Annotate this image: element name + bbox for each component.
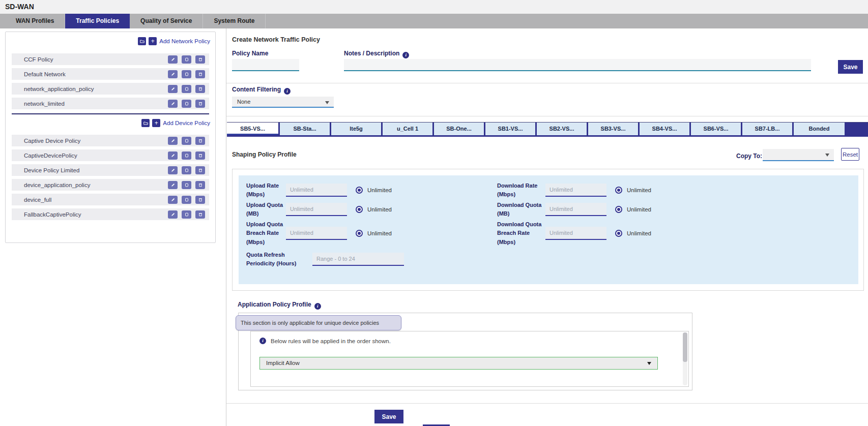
interface-tab[interactable]: SB-One... (432, 123, 484, 135)
tab-overflow-button[interactable] (845, 123, 868, 135)
download-rate-input[interactable] (545, 184, 606, 197)
copy-icon[interactable] (182, 137, 191, 145)
interface-tab[interactable]: u_Cell 1 (381, 123, 432, 135)
delete-icon[interactable] (195, 181, 205, 189)
copy-to-select[interactable] (763, 149, 834, 161)
content-filtering-select[interactable]: None (232, 97, 334, 108)
delete-icon[interactable] (195, 166, 205, 174)
add-icon[interactable]: + (152, 119, 160, 127)
edit-icon[interactable] (168, 70, 178, 78)
edit-icon[interactable] (168, 166, 178, 174)
quota-refresh-input[interactable] (312, 253, 404, 266)
field-row: Download Quota Breach Rate (Mbps) Unlimi… (497, 219, 721, 248)
delete-icon[interactable] (195, 55, 205, 64)
copy-icon[interactable] (182, 196, 191, 204)
edit-icon[interactable] (168, 181, 178, 189)
add-network-policy-link[interactable]: Add Network Policy (159, 38, 210, 44)
edit-icon[interactable] (168, 137, 178, 145)
edit-icon[interactable] (168, 196, 178, 204)
interface-tab[interactable]: SB4-VS... (638, 123, 689, 135)
network-policy-row[interactable]: network_limited (12, 98, 209, 109)
save-button[interactable]: Save (838, 60, 863, 74)
edit-icon[interactable] (168, 210, 178, 219)
folder-icon[interactable] (138, 37, 146, 45)
unlimited-radio[interactable] (615, 230, 622, 237)
policy-name-input[interactable] (232, 59, 299, 71)
info-icon[interactable]: i (402, 52, 409, 58)
radio-label: Unlimited (627, 230, 651, 236)
policy-name: Captive Device Policy (24, 138, 164, 144)
interface-tab[interactable]: lte5g (330, 123, 381, 135)
info-icon[interactable]: i (284, 88, 291, 95)
reset-button[interactable]: Reset (841, 148, 859, 161)
upload-quota-breach-input[interactable] (286, 227, 347, 240)
notes-label: Notes / Descriptioni (344, 50, 409, 58)
radio-label: Unlimited (627, 187, 651, 193)
add-icon[interactable]: + (149, 37, 157, 45)
copy-icon[interactable] (182, 55, 191, 64)
edit-icon[interactable] (168, 100, 178, 108)
upload-rate-input[interactable] (286, 184, 347, 197)
interface-tab[interactable]: SB1-VS... (484, 123, 535, 135)
info-icon: i (259, 338, 266, 344)
interface-tab[interactable]: SB-Sta... (278, 123, 330, 135)
unlimited-radio[interactable] (356, 206, 363, 213)
copy-icon[interactable] (182, 70, 191, 78)
copy-icon[interactable] (182, 210, 191, 219)
network-policy-row[interactable]: Default Network (12, 68, 209, 80)
shaping-card: Upload Rate (Mbps) Unlimited Upload Quot… (232, 169, 864, 291)
tab-system-route[interactable]: System Route (203, 14, 266, 28)
delete-icon[interactable] (195, 137, 205, 145)
delete-icon[interactable] (195, 70, 205, 78)
device-policy-row[interactable]: device_full (12, 194, 209, 205)
copy-icon[interactable] (182, 181, 191, 189)
interface-tab[interactable]: SB3-VS... (587, 123, 638, 135)
delete-icon[interactable] (195, 85, 205, 93)
interface-tab[interactable]: SB6-VS... (689, 123, 741, 135)
download-quota-input[interactable] (545, 203, 606, 216)
field-row: Upload Quota (MB) Unlimited (246, 200, 470, 219)
rule-select[interactable]: Implicit Allow (259, 357, 658, 370)
device-policy-row[interactable]: Captive Device Policy (12, 135, 209, 146)
folder-icon[interactable] (141, 119, 150, 127)
notes-input[interactable] (344, 59, 811, 71)
tab-wan-profiles[interactable]: WAN Profiles (5, 14, 65, 28)
network-policy-row[interactable]: network_application_policy (12, 83, 209, 95)
download-quota-breach-input[interactable] (545, 227, 606, 240)
interface-tab[interactable]: SB7-LB... (741, 123, 792, 135)
delete-icon[interactable] (195, 210, 205, 219)
delete-icon[interactable] (195, 100, 205, 108)
unlimited-radio[interactable] (615, 187, 622, 194)
add-device-policy-link[interactable]: Add Device Policy (163, 120, 210, 126)
upload-quota-input[interactable] (286, 203, 347, 216)
copy-icon[interactable] (182, 151, 191, 160)
info-icon[interactable]: i (314, 303, 321, 310)
tab-quality-of-service[interactable]: Quality of Service (130, 14, 203, 28)
interface-tab[interactable]: Bonded (792, 123, 845, 135)
scrollbar-track[interactable] (683, 332, 687, 385)
device-policy-row[interactable]: Device Policy Limited (12, 164, 209, 176)
unlimited-radio[interactable] (615, 206, 622, 213)
unlimited-radio[interactable] (356, 230, 363, 237)
device-policy-row[interactable]: FallbackCaptivePolicy (12, 208, 209, 220)
save-button-bottom[interactable]: Save (374, 410, 403, 423)
rule-value: Implicit Allow (266, 360, 300, 366)
delete-icon[interactable] (195, 196, 205, 204)
device-policy-row[interactable]: CaptiveDevicePolicy (12, 149, 209, 161)
scrollbar-thumb[interactable] (683, 332, 687, 362)
interface-tab[interactable]: SB2-VS... (535, 123, 587, 135)
copy-icon[interactable] (182, 85, 191, 93)
edit-icon[interactable] (168, 151, 178, 160)
rules-container: i Below rules will be applied in the ord… (250, 331, 689, 387)
edit-icon[interactable] (168, 85, 178, 93)
field-label: Upload Rate (Mbps) (246, 181, 286, 199)
interface-tab[interactable]: SB5-VS... (227, 123, 278, 135)
delete-icon[interactable] (195, 151, 205, 160)
edit-icon[interactable] (168, 55, 178, 64)
tab-traffic-policies[interactable]: Traffic Policies (65, 14, 130, 28)
copy-icon[interactable] (182, 100, 191, 108)
network-policy-row[interactable]: CCF Policy (12, 53, 209, 65)
unlimited-radio[interactable] (356, 187, 363, 194)
copy-icon[interactable] (182, 166, 191, 174)
device-policy-row[interactable]: device_application_policy (12, 179, 209, 191)
